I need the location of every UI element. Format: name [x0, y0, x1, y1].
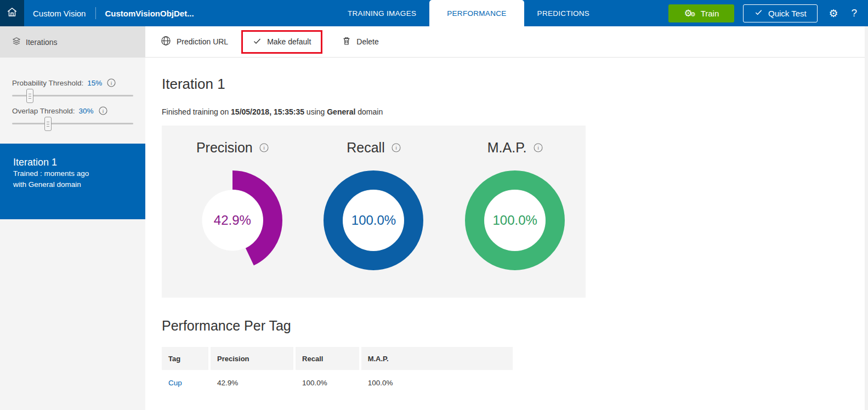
scrollbar[interactable] [865, 26, 868, 410]
recall-metric: Recall i 100.0% [303, 126, 445, 298]
recall-title: Recall i [347, 140, 400, 156]
quick-test-button[interactable]: Quick Test [743, 4, 818, 22]
threshold-sliders: Probability Threshold: 15% i Overlap Thr… [0, 58, 145, 124]
map-value: 100.0% [460, 166, 570, 275]
app-name[interactable]: Custom Vision [33, 9, 86, 18]
settings-gear-icon[interactable]: ⚙ [826, 7, 840, 20]
check-icon [754, 8, 763, 18]
tab-training-images[interactable]: TRAINING IMAGES [334, 0, 429, 26]
header-recall: Recall [296, 347, 359, 370]
iterations-sidebar: Iterations Probability Threshold: 15% i … [0, 26, 145, 410]
tab-predictions[interactable]: PREDICTIONS [524, 0, 603, 26]
home-icon [6, 6, 18, 20]
probability-threshold-group: Probability Threshold: 15% i [12, 78, 133, 96]
header-map: M.A.P. [361, 347, 513, 370]
training-domain: General [327, 107, 355, 116]
command-bar: Prediction URL Make default [145, 26, 868, 58]
check-icon [253, 37, 262, 47]
overlap-threshold-slider[interactable] [12, 123, 133, 124]
home-button[interactable] [0, 0, 24, 26]
tab-performance[interactable]: PERFORMANCE [429, 0, 524, 26]
quick-test-label: Quick Test [768, 9, 807, 18]
overlap-threshold-group: Overlap Threshold: 30% i [12, 106, 133, 124]
main-panel: Prediction URL Make default [145, 26, 868, 410]
svg-text:i: i [395, 145, 396, 151]
info-icon[interactable]: i [259, 143, 269, 152]
delete-button[interactable]: Delete [342, 36, 378, 47]
delete-label: Delete [356, 37, 378, 46]
info-icon[interactable]: i [392, 143, 401, 152]
make-default-button[interactable]: Make default [253, 37, 311, 47]
svg-text:i: i [537, 145, 538, 151]
cell-recall: 100.0% [296, 370, 359, 395]
titlebar-separator [95, 7, 96, 19]
map-metric: M.A.P. i 100.0% [444, 126, 586, 298]
info-icon[interactable]: i [107, 78, 116, 87]
train-button[interactable]: ⚙⚙ Train [668, 4, 734, 22]
metrics-panel: Precision i 42.9% Recall [162, 126, 586, 298]
slider-thumb[interactable] [44, 117, 52, 131]
trash-icon [342, 36, 351, 47]
prediction-url-button[interactable]: Prediction URL [161, 36, 228, 48]
train-button-label: Train [701, 9, 719, 18]
probability-threshold-value: 15% [87, 79, 102, 87]
precision-title: Precision i [196, 140, 269, 156]
overlap-threshold-value: 30% [79, 107, 94, 115]
probability-threshold-slider[interactable] [12, 95, 133, 96]
project-name: CustomVisionObjDet... [105, 9, 194, 18]
overlap-threshold-label: Overlap Threshold: 30% i [12, 106, 133, 115]
training-summary: Finished training on 15/05/2018, 15:35:3… [162, 107, 868, 116]
layers-icon [12, 37, 21, 47]
svg-text:i: i [111, 81, 112, 86]
training-datetime: 15/05/2018, 15:35:35 [231, 107, 304, 116]
precision-value: 42.9% [178, 166, 287, 275]
gears-icon: ⚙⚙ [684, 9, 696, 18]
iteration-card-trained: Trained : moments ago [13, 168, 132, 179]
svg-text:i: i [263, 145, 264, 151]
probability-threshold-label: Probability Threshold: 15% i [12, 78, 133, 87]
per-tag-title: Performance Per Tag [162, 318, 868, 334]
precision-metric: Precision i 42.9% [162, 126, 303, 298]
iteration-card-title: Iteration 1 [13, 157, 132, 168]
cell-precision: 42.9% [211, 370, 293, 395]
precision-donut-chart: 42.9% [178, 166, 287, 275]
globe-icon [161, 36, 171, 48]
svg-text:i: i [103, 109, 104, 114]
map-donut-chart: 100.0% [460, 166, 570, 275]
top-app-bar: Custom Vision CustomVisionObjDet... TRAI… [0, 0, 868, 26]
header-precision: Precision [211, 347, 293, 370]
cell-map: 100.0% [361, 370, 513, 395]
table-header-row: Tag Precision Recall M.A.P. [162, 347, 513, 370]
header-tag: Tag [162, 347, 208, 370]
main-tabs: TRAINING IMAGES PERFORMANCE PREDICTIONS [334, 0, 603, 26]
info-icon[interactable]: i [534, 143, 543, 152]
info-icon[interactable]: i [99, 106, 107, 115]
iteration-detail: Iteration 1 Finished training on 15/05/2… [145, 76, 868, 395]
help-icon[interactable]: ? [849, 7, 859, 19]
page-title: Iteration 1 [162, 76, 868, 93]
make-default-label: Make default [267, 37, 311, 46]
sidebar-header: Iterations [0, 26, 145, 58]
recall-value: 100.0% [319, 166, 428, 275]
prediction-url-label: Prediction URL [177, 37, 228, 46]
annotation-highlight-box: Make default [241, 30, 322, 54]
recall-donut-chart: 100.0% [319, 166, 428, 275]
table-row: Cup 42.9% 100.0% 100.0% [162, 370, 513, 395]
iteration-card-domain: with General domain [13, 179, 132, 190]
map-title: M.A.P. i [487, 140, 543, 156]
tag-link-cup[interactable]: Cup [168, 379, 182, 387]
performance-per-tag-table: Tag Precision Recall M.A.P. Cup 42.9% 10… [162, 347, 513, 395]
iteration-list-item-selected[interactable]: Iteration 1 Trained : moments ago with G… [0, 144, 145, 219]
topbar-actions: ⚙⚙ Train Quick Test ⚙ ? [668, 0, 859, 26]
slider-thumb[interactable] [26, 89, 33, 103]
sidebar-header-label: Iterations [26, 38, 58, 47]
